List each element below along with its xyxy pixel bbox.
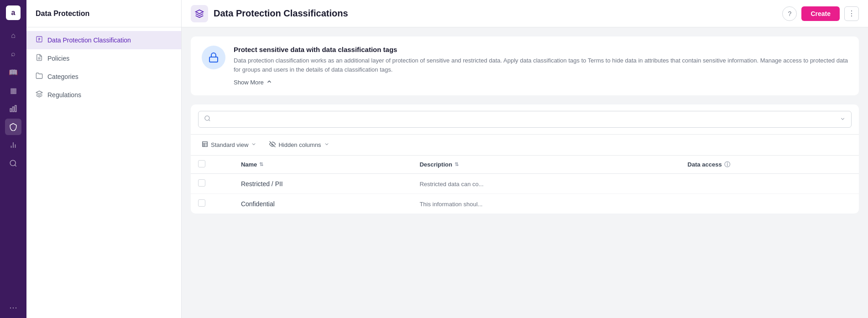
search-box[interactable]	[198, 111, 852, 128]
help-button[interactable]: ?	[782, 6, 797, 21]
description-sort-icon[interactable]: ⇅	[455, 162, 459, 167]
main-header: Data Protection Classifications ? Create…	[182, 0, 868, 27]
name-sort-icon[interactable]: ⇅	[259, 162, 263, 167]
row-1-checkbox-cell	[191, 174, 234, 194]
classification-icon	[36, 36, 43, 45]
data-access-info-icon[interactable]: ⓘ	[724, 161, 730, 169]
main-panel: Data Protection Classifications ? Create…	[182, 0, 868, 318]
th-description: Description ⇅	[412, 156, 680, 174]
svg-line-7	[15, 165, 16, 166]
search-icon	[204, 115, 211, 124]
standard-view-button[interactable]: Standard view	[198, 139, 260, 151]
page-icon	[191, 5, 208, 22]
svg-point-6	[10, 160, 16, 166]
svg-point-13	[205, 116, 209, 120]
chevron-down-icon	[251, 141, 256, 148]
sidebar-item-categories-label: Categories	[47, 73, 78, 80]
row-2-data-access	[680, 194, 859, 214]
categories-icon	[36, 72, 43, 81]
svg-rect-0	[10, 109, 11, 112]
row-1-data-access	[680, 174, 859, 194]
rail-icon-reports[interactable]	[5, 137, 21, 153]
sidebar-item-regulations[interactable]: Regulations	[26, 86, 181, 104]
app-logo[interactable]: a	[6, 5, 21, 20]
row-1-description: Restricted data can co...	[412, 174, 680, 194]
th-name: Name ⇅	[234, 156, 412, 174]
info-card: Protect sensitive data with data classif…	[191, 36, 859, 95]
hidden-columns-label: Hidden columns	[278, 141, 321, 148]
table-view-icon	[202, 141, 208, 149]
row-2-description: This information shoul...	[412, 194, 680, 214]
regulations-icon	[36, 90, 43, 99]
svg-marker-11	[196, 10, 204, 13]
svg-rect-12	[209, 57, 218, 62]
rail-icon-analytics[interactable]	[5, 100, 21, 117]
rail-more-icon[interactable]: ⋯	[9, 302, 17, 313]
select-all-checkbox[interactable]	[198, 160, 205, 167]
data-access-column-label: Data access	[688, 161, 722, 168]
content-area: Protect sensitive data with data classif…	[182, 27, 868, 318]
row-2-checkbox[interactable]	[198, 199, 205, 207]
sidebar-item-policies[interactable]: Policies	[26, 49, 181, 68]
show-more-button[interactable]: Show More	[234, 78, 272, 86]
icon-rail: a ⌂ ⌕ 📖 ▦ ⋯	[0, 0, 26, 318]
sidebar-item-regulations-label: Regulations	[47, 91, 81, 99]
rail-icon-book[interactable]: 📖	[5, 64, 21, 80]
svg-rect-15	[203, 142, 208, 147]
svg-rect-2	[15, 105, 16, 112]
rail-icon-home[interactable]: ⌂	[5, 27, 21, 44]
row-2-checkbox-cell	[191, 194, 234, 214]
rail-icon-search[interactable]: ⌕	[5, 46, 21, 62]
header-actions: ? Create ⋮	[782, 6, 859, 21]
info-lock-icon	[202, 46, 225, 69]
info-title: Protect sensitive data with data classif…	[234, 46, 848, 53]
standard-view-label: Standard view	[211, 141, 248, 148]
hidden-columns-icon	[269, 141, 276, 149]
table-row[interactable]: Restricted / PII Restricted data can co.…	[191, 174, 859, 194]
search-dropdown-icon[interactable]	[840, 115, 846, 124]
classifications-table: Name ⇅ Description ⇅ Dat	[191, 156, 859, 214]
hidden-columns-button[interactable]: Hidden columns	[266, 139, 333, 151]
more-options-button[interactable]: ⋮	[844, 6, 859, 21]
th-data-access: Data access ⓘ	[680, 156, 859, 174]
sidebar-item-policies-label: Policies	[47, 55, 69, 62]
description-column-label: Description	[419, 161, 452, 168]
svg-rect-1	[13, 107, 14, 112]
sidebar-item-categories[interactable]: Categories	[26, 68, 181, 86]
sidebar-item-classification[interactable]: Data Protection Classification	[26, 31, 181, 49]
page-title: Data Protection Classifications	[214, 8, 777, 19]
th-checkbox	[191, 156, 234, 174]
table-card: Standard view Hidden columns	[191, 104, 859, 214]
info-text-block: Protect sensitive data with data classif…	[234, 46, 848, 86]
row-1-checkbox[interactable]	[198, 179, 205, 187]
rail-icon-shield[interactable]	[5, 119, 21, 135]
sidebar-item-classification-label: Data Protection Classification	[47, 36, 131, 44]
svg-line-14	[209, 120, 210, 121]
rail-icon-explore[interactable]	[5, 155, 21, 172]
policies-icon	[36, 54, 43, 63]
table-row[interactable]: Confidential This information shoul...	[191, 194, 859, 214]
sidebar-nav: Data Protection Classification Policies …	[26, 27, 181, 108]
chevron-up-icon	[266, 78, 272, 86]
search-input[interactable]	[214, 116, 837, 123]
table-header-row: Name ⇅ Description ⇅ Dat	[191, 156, 859, 174]
info-description: Data protection classification works as …	[234, 56, 848, 74]
view-controls: Standard view Hidden columns	[191, 135, 859, 156]
row-1-name: Restricted / PII	[234, 174, 412, 194]
sidebar-title: Data Protection	[26, 0, 181, 27]
create-button[interactable]: Create	[801, 6, 840, 21]
name-column-label: Name	[241, 161, 257, 168]
sidebar: Data Protection Data Protection Classifi…	[26, 0, 182, 318]
table-toolbar	[191, 104, 859, 135]
hidden-columns-chevron-icon	[324, 141, 329, 148]
row-2-name: Confidential	[234, 194, 412, 214]
rail-icon-grid[interactable]: ▦	[5, 82, 21, 99]
